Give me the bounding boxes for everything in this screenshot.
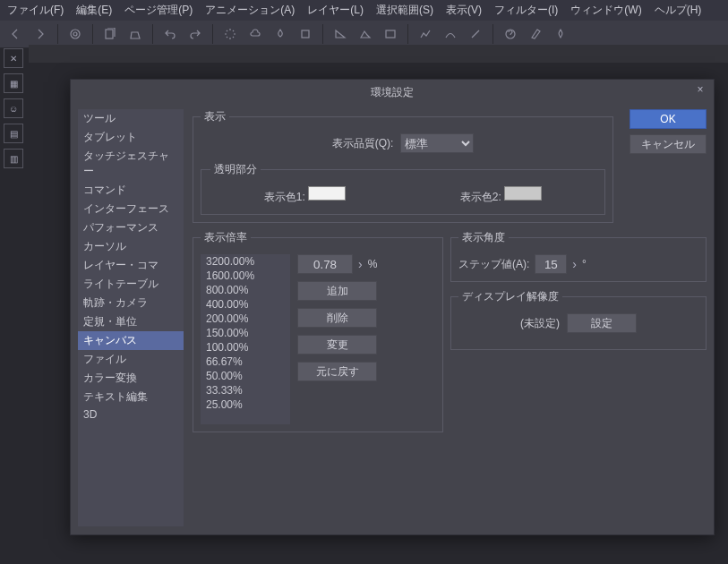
zoom-value[interactable]: 400.00%	[201, 297, 290, 312]
triangle-icon[interactable]	[330, 24, 350, 44]
zoom-value[interactable]: 150.00%	[201, 326, 290, 340]
menu-view[interactable]: 表示(V)	[446, 3, 482, 18]
spiral-icon[interactable]	[65, 24, 85, 44]
left-tool-panel: ✕ ▦ ☺ ▤ ▥	[0, 45, 25, 172]
crop-icon[interactable]	[295, 24, 315, 44]
category-cursor[interactable]: カーソル	[78, 237, 184, 256]
zoom-value[interactable]: 800.00%	[201, 283, 290, 297]
dialog-title: 環境設定	[371, 86, 414, 98]
chevron-right-icon[interactable]: ›	[358, 257, 363, 271]
help-icon[interactable]	[501, 24, 520, 44]
zoom-list[interactable]: 3200.00% 1600.00% 800.00% 400.00% 200.00…	[201, 254, 290, 424]
new-canvas-icon[interactable]	[100, 24, 120, 44]
category-ruler-unit[interactable]: 定規・単位	[78, 312, 184, 331]
transparency-group: 透明部分 表示色1: 表示色2:	[201, 162, 605, 215]
quality-label: 表示品質(Q):	[332, 136, 394, 151]
svg-rect-11	[302, 30, 309, 38]
menu-edit[interactable]: 編集(E)	[76, 3, 112, 18]
menu-animation[interactable]: アニメーション(A)	[205, 3, 295, 18]
zoom-value[interactable]: 3200.00%	[201, 254, 290, 269]
zoom-value[interactable]: 25.00%	[201, 397, 290, 412]
redo-icon[interactable]	[185, 24, 205, 44]
dialog-title-bar: 環境設定 ×	[71, 80, 714, 106]
category-canvas[interactable]: キャンバス	[78, 331, 184, 350]
panel-tab-x-icon[interactable]: ✕	[4, 48, 23, 68]
zoom-value[interactable]: 200.00%	[201, 312, 290, 326]
svg-line-10	[233, 30, 234, 31]
resolution-status: (未設定)	[520, 316, 560, 331]
menu-selection[interactable]: 選択範囲(S)	[376, 3, 433, 18]
drop-icon[interactable]	[270, 24, 290, 44]
pen-icon[interactable]	[526, 24, 545, 44]
panel-tab-layer-icon[interactable]: ▤	[4, 124, 23, 143]
cloud-icon[interactable]	[245, 24, 265, 44]
category-light-table[interactable]: ライトテーブル	[78, 275, 184, 294]
category-track-camera[interactable]: 軌跡・カメラ	[78, 294, 184, 312]
svg-rect-12	[386, 30, 395, 38]
panel-tab-figure-icon[interactable]: ☺	[4, 98, 23, 118]
zoom-change-button[interactable]: 変更	[297, 335, 377, 355]
preferences-dialog: 環境設定 × ツール タブレット タッチジェスチャー コマンド インターフェース…	[70, 79, 715, 535]
chevron-left-icon[interactable]	[5, 24, 25, 44]
line-icon[interactable]	[466, 24, 485, 44]
zoom-value[interactable]: 66.67%	[201, 355, 290, 369]
zoom-input[interactable]	[297, 254, 353, 274]
category-tablet[interactable]: タブレット	[78, 128, 184, 147]
panel-tab-material-icon[interactable]: ▥	[4, 149, 23, 168]
category-list[interactable]: ツール タブレット タッチジェスチャー コマンド インターフェース パフォーマン…	[78, 109, 184, 526]
zoom-reset-button[interactable]: 元に戻す	[297, 362, 377, 381]
category-interface[interactable]: インターフェース	[78, 200, 184, 218]
menu-file[interactable]: ファイル(F)	[7, 3, 64, 18]
undo-icon[interactable]	[160, 24, 180, 44]
zoom-value[interactable]: 100.00%	[201, 340, 290, 355]
color1-swatch[interactable]	[308, 186, 346, 201]
panel-tab-gallery-icon[interactable]: ▦	[4, 73, 23, 93]
zoom-value[interactable]: 33.33%	[201, 383, 290, 397]
settings-area: OK キャンセル 表示 表示品質(Q): 標準 透明部分 表示色1:	[193, 109, 707, 526]
mountain-icon[interactable]	[355, 24, 375, 44]
menu-help[interactable]: ヘルプ(H)	[655, 3, 702, 18]
ok-button[interactable]: OK	[630, 109, 707, 129]
resolution-group: ディスプレイ解像度 (未設定) 設定	[450, 289, 707, 350]
cancel-button[interactable]: キャンセル	[630, 134, 707, 154]
transparency-legend: 透明部分	[210, 162, 261, 177]
svg-line-8	[233, 37, 234, 38]
category-touch[interactable]: タッチジェスチャー	[78, 147, 184, 181]
zoom-value[interactable]: 1600.00%	[201, 269, 290, 283]
angle-step-input[interactable]	[535, 254, 567, 274]
menu-bar: ファイル(F) 編集(E) ページ管理(P) アニメーション(A) レイヤー(L…	[0, 0, 728, 21]
zoom-add-button[interactable]: 追加	[297, 281, 377, 301]
zoom-delete-button[interactable]: 削除	[297, 308, 377, 328]
curve-icon[interactable]	[441, 24, 460, 44]
chevron-right-icon[interactable]: ›	[572, 257, 577, 271]
color2-swatch[interactable]	[504, 186, 542, 201]
display-group: 表示 表示品質(Q): 標準 透明部分 表示色1:	[193, 109, 613, 223]
category-command[interactable]: コマンド	[78, 181, 184, 200]
rect-icon[interactable]	[381, 24, 400, 44]
menu-window[interactable]: ウィンドウ(W)	[570, 3, 641, 18]
category-text-edit[interactable]: テキスト編集	[78, 388, 184, 406]
chevron-right-icon[interactable]	[30, 24, 50, 44]
open-icon[interactable]	[125, 24, 145, 44]
zoom-legend: 表示倍率	[201, 230, 251, 245]
category-layer-frame[interactable]: レイヤー・コマ	[78, 256, 184, 275]
zoom-value[interactable]: 50.00%	[201, 369, 290, 383]
close-icon[interactable]: ×	[692, 83, 708, 99]
category-3d[interactable]: 3D	[78, 406, 184, 423]
category-performance[interactable]: パフォーマンス	[78, 218, 184, 237]
flame-icon[interactable]	[551, 24, 570, 44]
category-color-convert[interactable]: カラー変換	[78, 369, 184, 388]
menu-page[interactable]: ページ管理(P)	[124, 3, 193, 18]
resolution-set-button[interactable]: 設定	[567, 313, 637, 333]
menu-filter[interactable]: フィルター(I)	[494, 3, 558, 18]
svg-rect-2	[106, 30, 113, 38]
polyline-icon[interactable]	[415, 24, 435, 44]
zoom-group: 表示倍率 3200.00% 1600.00% 800.00% 400.00% 2…	[193, 230, 443, 432]
menu-layer[interactable]: レイヤー(L)	[307, 3, 364, 18]
angle-unit: °	[582, 258, 587, 270]
category-tool[interactable]: ツール	[78, 109, 184, 128]
category-file[interactable]: ファイル	[78, 350, 184, 369]
loading-icon[interactable]	[220, 24, 240, 44]
angle-group: 表示角度 ステップ値(A): › °	[450, 230, 707, 282]
quality-select[interactable]: 標準	[400, 133, 474, 153]
